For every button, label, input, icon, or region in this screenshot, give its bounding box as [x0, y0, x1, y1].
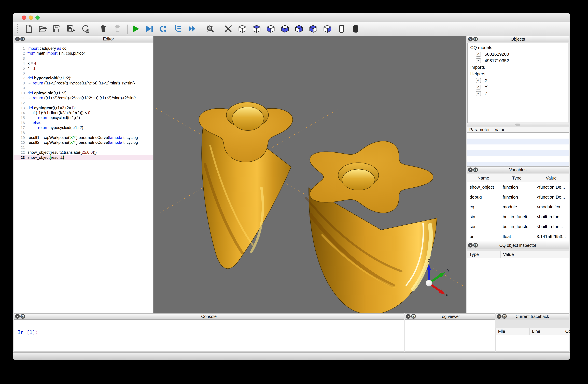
- delete-button[interactable]: [98, 24, 108, 34]
- visibility-checkbox[interactable]: ✓: [476, 58, 481, 63]
- visibility-checkbox[interactable]: ✓: [476, 52, 481, 57]
- cq-models-render[interactable]: [199, 102, 437, 313]
- column-header[interactable]: Value: [492, 127, 569, 132]
- view-front-button[interactable]: [280, 24, 290, 34]
- new-button[interactable]: [24, 24, 33, 34]
- toolbar-drag-handle[interactable]: [17, 24, 18, 34]
- code-line[interactable]: 1import cadquery as cq: [14, 46, 153, 51]
- save-as-button[interactable]: [66, 24, 76, 34]
- objects-tree-item[interactable]: ✓Y: [470, 84, 568, 90]
- inspector-close-icon[interactable]: ✕: [468, 243, 473, 248]
- code-line[interactable]: 17········return hypocycloid(t,r1,r2): [14, 125, 153, 130]
- render-button[interactable]: [130, 24, 140, 34]
- code-line[interactable]: 8····return ((r1-r2)*cos(t)+r2*cos(r1/r2…: [14, 81, 153, 86]
- editor-close-icon[interactable]: ✕: [15, 37, 20, 41]
- code-line[interactable]: 7def hypocycloid(t,r1,r2):: [14, 76, 153, 81]
- macos-titlebar[interactable]: [13, 13, 570, 22]
- objects-tree-item[interactable]: ✓Z: [470, 90, 568, 97]
- log-close-icon[interactable]: ✕: [406, 314, 411, 319]
- objects-tree[interactable]: CQ models✓5001629200✓4981710352ImportsHe…: [467, 43, 568, 123]
- variables-close-icon[interactable]: ✕: [468, 168, 473, 172]
- traceback-close-icon[interactable]: ✕: [497, 314, 502, 319]
- visibility-checkbox[interactable]: ✓: [476, 91, 481, 96]
- variables-row[interactable]: pifloat3.141592653...: [467, 232, 569, 242]
- delete-all-button[interactable]: [112, 24, 122, 34]
- view-bottom-button[interactable]: [266, 24, 276, 34]
- view-iso-button[interactable]: [237, 24, 247, 34]
- view-right-button[interactable]: [322, 24, 332, 34]
- column-header[interactable]: Co: [563, 328, 569, 335]
- viewport-3d[interactable]: ZYX: [153, 36, 466, 313]
- code-line[interactable]: 18: [14, 130, 153, 135]
- minimize-window-icon[interactable]: [29, 16, 33, 20]
- code-line[interactable]: 3: [14, 56, 153, 61]
- column-header[interactable]: Name: [467, 174, 500, 182]
- variables-row[interactable]: debugfunction<function De...: [467, 192, 569, 202]
- inspector-table-body[interactable]: [467, 258, 569, 313]
- column-header[interactable]: Value: [534, 174, 569, 182]
- open-button[interactable]: [38, 24, 48, 34]
- log-float-icon[interactable]: ❐: [411, 314, 416, 319]
- variables-row[interactable]: cosbuiltin_functi...<built-in fun...: [467, 222, 569, 232]
- code-line[interactable]: 11····return ((r1+r2)*cos(t)-r2*cos(r1/r…: [14, 96, 153, 101]
- view-top-button[interactable]: [252, 24, 261, 34]
- code-area[interactable]: 1import cadquery as cq2from math import …: [14, 42, 153, 313]
- fit-view-button[interactable]: [223, 24, 233, 34]
- traceback-table-body[interactable]: [496, 335, 569, 351]
- variables-table-body[interactable]: show_objectfunction<function De...debugf…: [467, 182, 569, 241]
- save-button[interactable]: [52, 24, 62, 34]
- code-line[interactable]: 9: [14, 86, 153, 91]
- debug-button[interactable]: [145, 24, 154, 34]
- view-left-button[interactable]: [308, 24, 318, 34]
- column-header[interactable]: Line: [530, 328, 563, 335]
- objects-tree-item[interactable]: CQ models: [470, 44, 568, 51]
- code-line[interactable]: 20result2 = cq.Workplane('XY').parametri…: [14, 140, 153, 145]
- objects-close-icon[interactable]: ✕: [468, 37, 473, 41]
- column-header[interactable]: Type: [500, 174, 534, 182]
- objects-float-icon[interactable]: ❐: [473, 37, 478, 41]
- wireframe-button[interactable]: [337, 24, 346, 34]
- zoom-window-icon[interactable]: [35, 16, 40, 20]
- objects-tree-item[interactable]: ✓5001629200: [470, 51, 568, 58]
- column-header[interactable]: Value: [501, 251, 569, 258]
- visibility-checkbox[interactable]: ✓: [476, 85, 481, 89]
- code-line-current[interactable]: 23show_object(result1): [14, 155, 153, 160]
- code-line[interactable]: 10def epicycloid(t,r1,r2):: [14, 91, 153, 96]
- variables-row[interactable]: show_objectfunction<function De...: [467, 182, 569, 192]
- inspect-button[interactable]: [205, 24, 215, 34]
- code-line[interactable]: 13def cyclogear(t,r1=2,r2=1):: [14, 105, 153, 110]
- gear-result1[interactable]: [199, 102, 293, 269]
- code-line[interactable]: 21: [14, 145, 153, 150]
- console-float-icon[interactable]: ❐: [21, 314, 25, 319]
- code-line[interactable]: 16····else:: [14, 120, 153, 125]
- column-header[interactable]: Parameter: [467, 127, 492, 132]
- editor-float-icon[interactable]: ❐: [21, 37, 25, 41]
- objects-tree-item[interactable]: ✓X: [470, 77, 568, 84]
- editor-body[interactable]: 1import cadquery as cq2from math import …: [14, 42, 153, 313]
- continue-button[interactable]: [187, 24, 197, 34]
- variables-row[interactable]: cqmodule<module 'ca...: [467, 202, 569, 212]
- visibility-checkbox[interactable]: ✓: [476, 78, 481, 83]
- objects-tree-item[interactable]: Helpers: [470, 71, 568, 77]
- shaded-button[interactable]: [351, 24, 361, 34]
- console-prompt[interactable]: In [1]:: [18, 329, 38, 335]
- parameter-table-body[interactable]: [467, 133, 569, 166]
- step-in-button[interactable]: [173, 24, 183, 34]
- reload-button[interactable]: [80, 24, 90, 34]
- traceback-float-icon[interactable]: ❐: [502, 314, 507, 319]
- objects-tree-item[interactable]: Imports: [470, 64, 568, 71]
- log-body[interactable]: [405, 320, 495, 351]
- column-header[interactable]: File: [496, 328, 530, 335]
- splitter-objects-parameters[interactable]: [467, 123, 569, 126]
- objects-tree-item[interactable]: ✓4981710352: [470, 58, 568, 64]
- step-button[interactable]: [159, 24, 169, 34]
- variables-float-icon[interactable]: ❐: [473, 168, 478, 172]
- code-line[interactable]: 4k = 4: [14, 61, 153, 66]
- inspector-float-icon[interactable]: ❐: [473, 243, 478, 248]
- code-line[interactable]: 6: [14, 71, 153, 76]
- code-line[interactable]: 2from math import sin, cos,pi,floor: [14, 51, 153, 56]
- close-window-icon[interactable]: [22, 16, 26, 20]
- code-line[interactable]: 22show_object(result2.translate((25,0,0)…: [14, 150, 153, 155]
- code-line[interactable]: 5r = 1: [14, 66, 153, 71]
- gear-result2[interactable]: [306, 141, 437, 313]
